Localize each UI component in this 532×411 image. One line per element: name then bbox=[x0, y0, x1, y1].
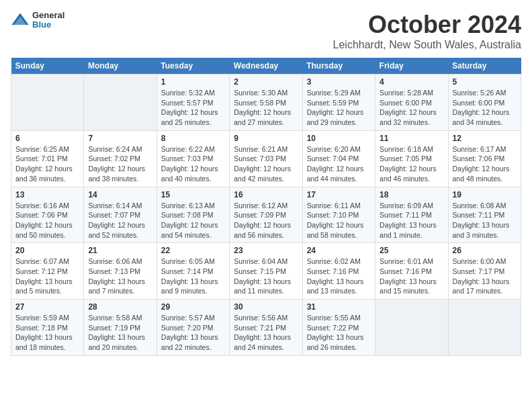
day-cell: 31Sunrise: 5:55 AMSunset: 7:22 PMDayligh… bbox=[302, 300, 375, 356]
day-info: Sunrise: 5:56 AMSunset: 7:21 PMDaylight:… bbox=[234, 313, 298, 353]
logo-text: General Blue bbox=[32, 11, 64, 30]
day-cell: 24Sunrise: 6:02 AMSunset: 7:16 PMDayligh… bbox=[302, 243, 375, 300]
day-info: Sunrise: 6:17 AMSunset: 7:06 PMDaylight:… bbox=[453, 144, 517, 184]
day-cell bbox=[84, 75, 157, 131]
day-cell: 1Sunrise: 5:32 AMSunset: 5:57 PMDaylight… bbox=[157, 75, 229, 131]
day-number: 6 bbox=[15, 134, 79, 143]
day-number: 1 bbox=[161, 77, 225, 87]
day-info: Sunrise: 6:08 AMSunset: 7:11 PMDaylight:… bbox=[453, 201, 517, 240]
day-number: 9 bbox=[234, 134, 298, 143]
day-number: 26 bbox=[453, 246, 517, 255]
week-row-2: 6Sunrise: 6:25 AMSunset: 7:01 PMDaylight… bbox=[11, 130, 521, 187]
day-cell: 16Sunrise: 6:12 AMSunset: 7:09 PMDayligh… bbox=[230, 187, 302, 243]
week-row-1: 1Sunrise: 5:32 AMSunset: 5:57 PMDaylight… bbox=[11, 75, 521, 131]
day-info: Sunrise: 6:07 AMSunset: 7:12 PMDaylight:… bbox=[15, 257, 79, 296]
day-cell: 20Sunrise: 6:07 AMSunset: 7:12 PMDayligh… bbox=[11, 243, 84, 300]
day-number: 20 bbox=[15, 246, 79, 255]
logo-blue: Blue bbox=[32, 20, 64, 30]
day-info: Sunrise: 6:02 AMSunset: 7:16 PMDaylight:… bbox=[307, 257, 371, 296]
title-block: October 2024 Leichhardt, New South Wales… bbox=[333, 11, 521, 51]
day-number: 21 bbox=[88, 246, 152, 255]
header-cell-wednesday: Wednesday bbox=[230, 58, 302, 75]
logo-icon bbox=[11, 11, 30, 30]
day-number: 29 bbox=[161, 302, 225, 312]
calendar-title: October 2024 bbox=[333, 11, 521, 39]
day-cell: 17Sunrise: 6:11 AMSunset: 7:10 PMDayligh… bbox=[302, 187, 375, 243]
day-number: 25 bbox=[380, 246, 443, 255]
day-info: Sunrise: 6:06 AMSunset: 7:13 PMDaylight:… bbox=[88, 257, 152, 296]
day-cell: 27Sunrise: 5:59 AMSunset: 7:18 PMDayligh… bbox=[11, 300, 84, 356]
day-number: 27 bbox=[15, 302, 79, 312]
day-cell: 13Sunrise: 6:16 AMSunset: 7:06 PMDayligh… bbox=[11, 187, 84, 243]
day-cell bbox=[448, 300, 521, 356]
day-number: 23 bbox=[234, 246, 298, 255]
day-cell: 12Sunrise: 6:17 AMSunset: 7:06 PMDayligh… bbox=[448, 130, 521, 187]
day-info: Sunrise: 6:11 AMSunset: 7:10 PMDaylight:… bbox=[307, 201, 371, 240]
day-info: Sunrise: 5:30 AMSunset: 5:58 PMDaylight:… bbox=[234, 88, 298, 128]
header-row: SundayMondayTuesdayWednesdayThursdayFrid… bbox=[11, 58, 521, 75]
day-info: Sunrise: 6:24 AMSunset: 7:02 PMDaylight:… bbox=[88, 144, 152, 184]
day-info: Sunrise: 6:14 AMSunset: 7:07 PMDaylight:… bbox=[88, 201, 152, 240]
calendar-body: 1Sunrise: 5:32 AMSunset: 5:57 PMDaylight… bbox=[11, 75, 521, 356]
header-cell-saturday: Saturday bbox=[448, 58, 521, 75]
day-number: 16 bbox=[234, 190, 298, 199]
day-cell: 11Sunrise: 6:18 AMSunset: 7:05 PMDayligh… bbox=[375, 130, 448, 187]
day-cell: 15Sunrise: 6:13 AMSunset: 7:08 PMDayligh… bbox=[157, 187, 229, 243]
day-cell: 6Sunrise: 6:25 AMSunset: 7:01 PMDaylight… bbox=[11, 130, 84, 187]
day-number: 30 bbox=[234, 302, 298, 312]
calendar-header: SundayMondayTuesdayWednesdayThursdayFrid… bbox=[11, 58, 521, 75]
day-number: 10 bbox=[307, 134, 371, 143]
day-number: 14 bbox=[88, 190, 152, 199]
day-number: 4 bbox=[380, 77, 443, 87]
day-info: Sunrise: 5:55 AMSunset: 7:22 PMDaylight:… bbox=[307, 313, 371, 353]
day-cell: 19Sunrise: 6:08 AMSunset: 7:11 PMDayligh… bbox=[448, 187, 521, 243]
day-cell: 22Sunrise: 6:05 AMSunset: 7:14 PMDayligh… bbox=[157, 243, 229, 300]
week-row-4: 20Sunrise: 6:07 AMSunset: 7:12 PMDayligh… bbox=[11, 243, 521, 300]
day-info: Sunrise: 5:28 AMSunset: 6:00 PMDaylight:… bbox=[380, 88, 443, 128]
day-info: Sunrise: 6:21 AMSunset: 7:03 PMDaylight:… bbox=[234, 144, 298, 184]
header-cell-friday: Friday bbox=[375, 58, 448, 75]
logo-general: General bbox=[32, 11, 64, 20]
day-info: Sunrise: 6:22 AMSunset: 7:03 PMDaylight:… bbox=[161, 144, 225, 184]
day-number: 13 bbox=[15, 190, 79, 199]
day-info: Sunrise: 6:05 AMSunset: 7:14 PMDaylight:… bbox=[161, 257, 225, 296]
day-number: 7 bbox=[88, 134, 152, 143]
day-info: Sunrise: 6:16 AMSunset: 7:06 PMDaylight:… bbox=[15, 201, 79, 240]
day-cell: 8Sunrise: 6:22 AMSunset: 7:03 PMDaylight… bbox=[157, 130, 229, 187]
day-info: Sunrise: 5:59 AMSunset: 7:18 PMDaylight:… bbox=[15, 313, 79, 353]
day-info: Sunrise: 5:32 AMSunset: 5:57 PMDaylight:… bbox=[161, 88, 225, 128]
header-cell-sunday: Sunday bbox=[11, 58, 84, 75]
day-cell: 26Sunrise: 6:00 AMSunset: 7:17 PMDayligh… bbox=[448, 243, 521, 300]
day-info: Sunrise: 6:01 AMSunset: 7:16 PMDaylight:… bbox=[380, 257, 443, 296]
day-cell: 2Sunrise: 5:30 AMSunset: 5:58 PMDaylight… bbox=[230, 75, 302, 131]
day-info: Sunrise: 6:25 AMSunset: 7:01 PMDaylight:… bbox=[15, 144, 79, 184]
day-number: 15 bbox=[161, 190, 225, 199]
day-info: Sunrise: 6:18 AMSunset: 7:05 PMDaylight:… bbox=[380, 144, 443, 184]
day-number: 19 bbox=[453, 190, 517, 199]
day-cell: 29Sunrise: 5:57 AMSunset: 7:20 PMDayligh… bbox=[157, 300, 229, 356]
day-info: Sunrise: 6:00 AMSunset: 7:17 PMDaylight:… bbox=[453, 257, 517, 296]
day-info: Sunrise: 5:57 AMSunset: 7:20 PMDaylight:… bbox=[161, 313, 225, 353]
header-cell-tuesday: Tuesday bbox=[157, 58, 229, 75]
header-cell-thursday: Thursday bbox=[302, 58, 375, 75]
day-number: 11 bbox=[380, 134, 443, 143]
day-cell: 28Sunrise: 5:58 AMSunset: 7:19 PMDayligh… bbox=[84, 300, 157, 356]
day-info: Sunrise: 6:09 AMSunset: 7:11 PMDaylight:… bbox=[380, 201, 443, 240]
day-number: 24 bbox=[307, 246, 371, 255]
day-number: 17 bbox=[307, 190, 371, 199]
day-cell: 14Sunrise: 6:14 AMSunset: 7:07 PMDayligh… bbox=[84, 187, 157, 243]
day-info: Sunrise: 6:13 AMSunset: 7:08 PMDaylight:… bbox=[161, 201, 225, 240]
day-cell: 21Sunrise: 6:06 AMSunset: 7:13 PMDayligh… bbox=[84, 243, 157, 300]
day-number: 28 bbox=[88, 302, 152, 312]
day-cell: 9Sunrise: 6:21 AMSunset: 7:03 PMDaylight… bbox=[230, 130, 302, 187]
day-cell bbox=[11, 75, 84, 131]
day-cell: 18Sunrise: 6:09 AMSunset: 7:11 PMDayligh… bbox=[375, 187, 448, 243]
day-cell: 3Sunrise: 5:29 AMSunset: 5:59 PMDaylight… bbox=[302, 75, 375, 131]
calendar-subtitle: Leichhardt, New South Wales, Australia bbox=[333, 39, 521, 51]
day-number: 3 bbox=[307, 77, 371, 87]
day-cell: 4Sunrise: 5:28 AMSunset: 6:00 PMDaylight… bbox=[375, 75, 448, 131]
day-info: Sunrise: 5:29 AMSunset: 5:59 PMDaylight:… bbox=[307, 88, 371, 128]
logo: General Blue bbox=[11, 11, 64, 30]
calendar-table: SundayMondayTuesdayWednesdayThursdayFrid… bbox=[11, 58, 521, 356]
day-number: 12 bbox=[453, 134, 517, 143]
